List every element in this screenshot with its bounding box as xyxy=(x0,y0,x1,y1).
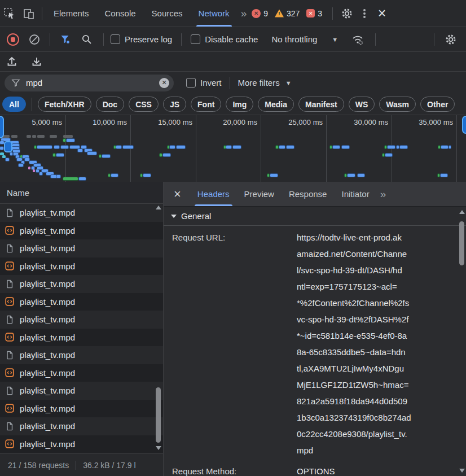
request-list-scrollbar[interactable] xyxy=(154,202,162,453)
request-row[interactable]: playlist_tv.mpd xyxy=(0,417,163,435)
name-column-header[interactable]: Name xyxy=(0,182,163,204)
chip-wasm[interactable]: Wasm xyxy=(379,97,416,112)
scroll-down-icon[interactable] xyxy=(459,469,465,473)
tab-headers[interactable]: Headers xyxy=(190,182,237,206)
network-overview-timeline[interactable]: 5,000 ms10,000 ms15,000 ms20,000 ms25,00… xyxy=(0,115,466,182)
waterfall-bar xyxy=(50,135,57,138)
tab-preview[interactable]: Preview xyxy=(237,182,282,206)
request-url-line: *%2fContent%2fChannel%2fs xyxy=(297,295,454,311)
scroll-thumb[interactable] xyxy=(459,221,464,265)
close-details-icon[interactable]: × xyxy=(164,188,190,200)
request-row[interactable]: playlist_tv.mpd xyxy=(0,275,163,293)
waterfall-bar xyxy=(160,154,162,156)
kebab-menu-icon[interactable] xyxy=(357,5,372,23)
request-url-line: 0c22cc4208e9308/playlist_tv. xyxy=(297,426,454,442)
chip-js[interactable]: JS xyxy=(163,97,186,112)
request-row[interactable]: playlist_tv.mpd xyxy=(0,311,163,329)
overview-left-handle[interactable] xyxy=(0,117,3,137)
request-url-line: 8a-65c8335ddbe5~data=hdn xyxy=(297,344,454,360)
chip-img[interactable]: Img xyxy=(226,97,253,112)
requests-count: 21 / 158 requests xyxy=(8,461,69,470)
clear-filter-icon[interactable]: ✕ xyxy=(159,78,169,88)
filter-input[interactable]: mpd ✕ xyxy=(5,75,174,91)
checkbox-icon xyxy=(191,34,200,44)
document-icon xyxy=(5,351,14,360)
request-name: playlist_tv.mpd xyxy=(20,439,75,449)
request-row[interactable]: playlist_tv.mpd xyxy=(0,329,163,347)
chip-manifest[interactable]: Manifest xyxy=(298,97,344,112)
filter-funnel-icon[interactable] xyxy=(56,30,75,49)
waterfall-bar xyxy=(177,146,185,149)
device-toolbar-icon[interactable] xyxy=(19,5,38,23)
chip-doc[interactable]: Doc xyxy=(96,97,124,112)
chip-css[interactable]: CSS xyxy=(129,97,159,112)
overview-right-handle[interactable] xyxy=(463,117,466,133)
name-header-label: Name xyxy=(7,188,29,198)
search-icon[interactable] xyxy=(77,30,96,49)
issues-badge[interactable]: ✕ 3 xyxy=(303,9,326,18)
more-tabs-icon[interactable]: » xyxy=(238,7,249,20)
request-row[interactable]: playlist_tv.mpd xyxy=(0,346,163,364)
waterfall-bar xyxy=(383,154,384,156)
chip-ws[interactable]: WS xyxy=(349,97,375,112)
invert-checkbox[interactable]: Invert xyxy=(186,78,222,88)
request-row[interactable]: playlist_tv.mpd xyxy=(0,400,163,418)
network-settings-gear-icon[interactable] xyxy=(441,30,460,49)
xhr-icon xyxy=(5,333,14,342)
request-row[interactable]: playlist_tv.mpd xyxy=(0,382,163,400)
network-conditions-icon[interactable] xyxy=(348,30,367,49)
more-filters-dropdown[interactable]: More filters ▼ xyxy=(238,78,292,88)
tab-sources[interactable]: Sources xyxy=(144,0,191,27)
scroll-up-icon[interactable] xyxy=(459,210,465,214)
request-row[interactable]: playlist_tv.mpd xyxy=(0,435,163,453)
more-detail-tabs-icon[interactable]: » xyxy=(377,188,388,200)
inspect-element-icon[interactable] xyxy=(0,5,19,23)
general-section-header[interactable]: General xyxy=(164,207,466,226)
throttling-select[interactable]: No throttling ▼ xyxy=(271,34,338,44)
request-url-value: https://todtv-live-ent-prod.akamaized.ne… xyxy=(297,229,454,458)
chip-all[interactable]: All xyxy=(2,97,26,112)
chip-other[interactable]: Other xyxy=(420,97,455,112)
tab-network[interactable]: Network xyxy=(191,0,238,27)
timeline-tick-label: 5,000 ms xyxy=(3,118,62,126)
console-errors-badge[interactable]: ✕ 9 xyxy=(248,9,271,18)
chip-media[interactable]: Media xyxy=(258,97,294,112)
console-warnings-badge[interactable]: ! 327 xyxy=(271,9,303,18)
scroll-thumb[interactable] xyxy=(156,387,161,443)
tab-initiator[interactable]: Initiator xyxy=(334,182,376,206)
waterfall-bar xyxy=(33,169,35,172)
preserve-log-checkbox[interactable]: Preserve log xyxy=(111,34,172,44)
xhr-icon xyxy=(5,261,14,270)
disable-cache-checkbox[interactable]: Disable cache xyxy=(191,34,258,44)
clear-network-log-icon[interactable] xyxy=(25,30,44,49)
details-scrollbar[interactable] xyxy=(458,207,466,476)
request-row[interactable]: playlist_tv.mpd xyxy=(0,204,163,222)
record-network-log-icon[interactable] xyxy=(3,30,23,49)
tab-elements[interactable]: Elements xyxy=(46,0,97,27)
import-har-icon[interactable] xyxy=(2,53,21,71)
request-row[interactable]: playlist_tv.mpd xyxy=(0,222,163,240)
settings-gear-icon[interactable] xyxy=(337,5,357,23)
request-name: playlist_tv.mpd xyxy=(20,226,75,235)
request-row[interactable]: playlist_tv.mpd xyxy=(0,257,163,276)
scroll-down-icon[interactable] xyxy=(156,446,161,450)
scroll-up-icon[interactable] xyxy=(156,206,161,209)
waterfall-bar xyxy=(63,177,78,180)
waterfall-bar xyxy=(6,158,9,161)
request-row[interactable]: playlist_tv.mpd xyxy=(0,364,163,382)
waterfall-bar xyxy=(385,146,386,149)
waterfall-bar xyxy=(233,146,241,149)
request-row[interactable]: playlist_tv.mpd xyxy=(0,293,163,311)
tab-console[interactable]: Console xyxy=(97,0,144,27)
xhr-icon xyxy=(5,297,14,306)
tab-response[interactable]: Response xyxy=(282,182,335,206)
waterfall-bar xyxy=(19,164,23,167)
chip-font[interactable]: Font xyxy=(191,97,221,112)
document-icon xyxy=(5,422,14,431)
chip-fetch-xhr[interactable]: Fetch/XHR xyxy=(38,97,91,112)
disable-cache-label: Disable cache xyxy=(205,34,258,44)
divider xyxy=(230,77,230,89)
request-row[interactable]: playlist_tv.mpd xyxy=(0,239,163,257)
close-devtools-icon[interactable]: × xyxy=(372,5,392,23)
export-har-icon[interactable] xyxy=(27,53,46,71)
